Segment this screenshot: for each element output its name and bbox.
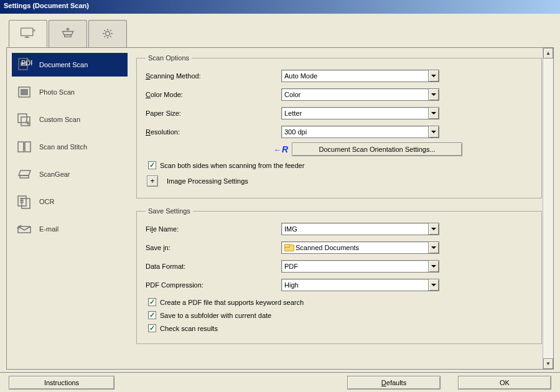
image-processing-label: Image Processing Settings <box>167 177 248 185</box>
save-settings-group: Save Settings File Name: IMG Save in: Sc… <box>136 207 542 344</box>
sidebar-item-email[interactable]: E-mail <box>12 217 128 241</box>
sidebar-item-label: Scan and Stitch <box>39 143 87 151</box>
color-mode-select[interactable]: Color <box>281 88 439 101</box>
svg-rect-0 <box>21 28 33 35</box>
dropdown-arrow-icon <box>428 223 439 235</box>
sidebar-item-label: Document Scan <box>39 61 88 68</box>
save-settings-legend: Save Settings <box>146 207 193 215</box>
dropdown-arrow-icon <box>428 261 439 272</box>
scanning-method-label: Scanning Method: <box>146 72 281 80</box>
pdf-compression-value: High <box>284 281 299 289</box>
dropdown-arrow-icon <box>428 70 439 82</box>
image-processing-expand-button[interactable]: + <box>147 175 158 187</box>
orientation-icon: R <box>274 144 288 154</box>
scroll-down-arrow-icon[interactable]: ▼ <box>543 358 553 369</box>
defaults-button[interactable]: Defaults <box>347 376 441 390</box>
stitch-icon <box>16 139 33 155</box>
tab-scan-from-device[interactable] <box>49 20 87 47</box>
paper-size-select[interactable]: Letter <box>281 107 439 119</box>
file-name-combo[interactable]: IMG <box>281 223 439 235</box>
resolution-label: Resolution: <box>146 128 281 136</box>
paper-size-value: Letter <box>284 110 302 117</box>
top-tabstrip <box>9 20 554 47</box>
resolution-select[interactable]: 300 dpi <box>281 126 439 138</box>
sidebar-item-label: ScanGear <box>39 170 70 178</box>
file-name-label: File Name: <box>146 225 281 233</box>
ok-button[interactable]: OK <box>458 376 551 390</box>
instructions-button[interactable]: Instructions <box>9 376 114 390</box>
scanning-method-value: Auto Mode <box>284 72 317 80</box>
dropdown-arrow-icon <box>428 279 439 291</box>
tab-scan-to-pc[interactable] <box>9 20 47 47</box>
svg-rect-10 <box>18 142 24 152</box>
save-in-value: Scanned Documents <box>296 244 359 251</box>
scan-options-group: Scan Options Scanning Method: Auto Mode … <box>136 54 542 198</box>
resolution-value: 300 dpi <box>284 128 307 136</box>
svg-rect-12 <box>20 175 29 178</box>
scanning-method-select[interactable]: Auto Mode <box>281 70 439 82</box>
svg-text:PDF: PDF <box>21 59 32 67</box>
dropdown-arrow-icon <box>428 108 439 119</box>
save-in-select[interactable]: Scanned Documents <box>281 241 439 254</box>
dropdown-arrow-icon <box>428 242 439 253</box>
scan-both-sides-checkbox[interactable] <box>148 161 156 169</box>
sidebar: PDF Document Scan Photo Scan Custom Scan… <box>7 48 129 369</box>
svg-rect-11 <box>25 142 30 152</box>
pdf-compression-select[interactable]: High <box>281 279 439 291</box>
sidebar-item-label: Custom Scan <box>39 116 80 123</box>
gear-icon <box>99 27 116 42</box>
color-mode-label: Color Mode: <box>146 91 281 98</box>
dropdown-arrow-icon <box>428 126 439 138</box>
sidebar-item-custom-scan[interactable]: Custom Scan <box>12 108 128 131</box>
scroll-up-arrow-icon[interactable]: ▲ <box>543 48 553 58</box>
document-pdf-icon: PDF <box>16 57 33 73</box>
scan-both-sides-label: Scan both sides when scanning from the f… <box>160 162 304 169</box>
sidebar-item-label: OCR <box>39 198 54 205</box>
save-subfolder-label: Save to a subfolder with current date <box>160 312 271 319</box>
file-name-value: IMG <box>284 225 297 233</box>
sidebar-item-label: E-mail <box>39 225 58 233</box>
main-panel: PDF Document Scan Photo Scan Custom Scan… <box>6 47 554 370</box>
sidebar-item-scangear[interactable]: ScanGear <box>12 162 128 186</box>
orientation-settings-button[interactable]: Document Scan Orientation Settings... <box>292 142 462 156</box>
vertical-scrollbar[interactable]: ▲ ▼ <box>543 48 553 369</box>
email-icon <box>16 221 33 237</box>
dropdown-arrow-icon <box>428 89 439 100</box>
bottom-bar: Instructions Defaults OK <box>0 372 560 392</box>
photo-icon <box>16 84 33 100</box>
monitor-icon <box>19 26 37 41</box>
ocr-icon <box>16 194 33 210</box>
scroll-track[interactable] <box>543 58 553 358</box>
sidebar-item-scan-stitch[interactable]: Scan and Stitch <box>12 135 128 159</box>
window-titlebar: Settings (Document Scan) <box>0 0 560 14</box>
paper-size-label: Paper Size: <box>146 110 281 117</box>
check-results-label: Check scan results <box>160 325 218 332</box>
create-pdf-keyword-label: Create a PDF file that supports keyword … <box>160 299 304 306</box>
pdf-compression-label: PDF Compression: <box>146 281 281 289</box>
check-results-checkbox[interactable] <box>148 324 156 332</box>
create-pdf-keyword-checkbox[interactable] <box>148 298 156 306</box>
window-title: Settings (Document Scan) <box>4 2 89 9</box>
data-format-label: Data Format: <box>146 263 281 270</box>
sidebar-item-document-scan[interactable]: PDF Document Scan <box>12 53 128 77</box>
scanner-icon <box>59 27 77 42</box>
sidebar-item-photo-scan[interactable]: Photo Scan <box>12 80 128 104</box>
sidebar-item-ocr[interactable]: OCR <box>12 190 128 213</box>
tab-settings[interactable] <box>88 20 127 47</box>
save-in-label: Save in: <box>146 244 281 251</box>
svg-point-2 <box>106 31 110 35</box>
save-subfolder-checkbox[interactable] <box>148 311 156 319</box>
sidebar-item-label: Photo Scan <box>39 88 75 96</box>
content-area: Scan Options Scanning Method: Auto Mode … <box>129 48 553 369</box>
scan-options-legend: Scan Options <box>146 54 192 62</box>
data-format-select[interactable]: PDF <box>281 260 439 273</box>
data-format-value: PDF <box>284 263 298 270</box>
color-mode-value: Color <box>284 91 301 98</box>
svg-rect-7 <box>21 89 28 95</box>
custom-scan-icon <box>16 111 33 128</box>
svg-rect-1 <box>65 34 72 37</box>
svg-rect-8 <box>18 114 27 123</box>
scangear-icon <box>16 166 33 182</box>
folder-icon <box>284 244 293 251</box>
